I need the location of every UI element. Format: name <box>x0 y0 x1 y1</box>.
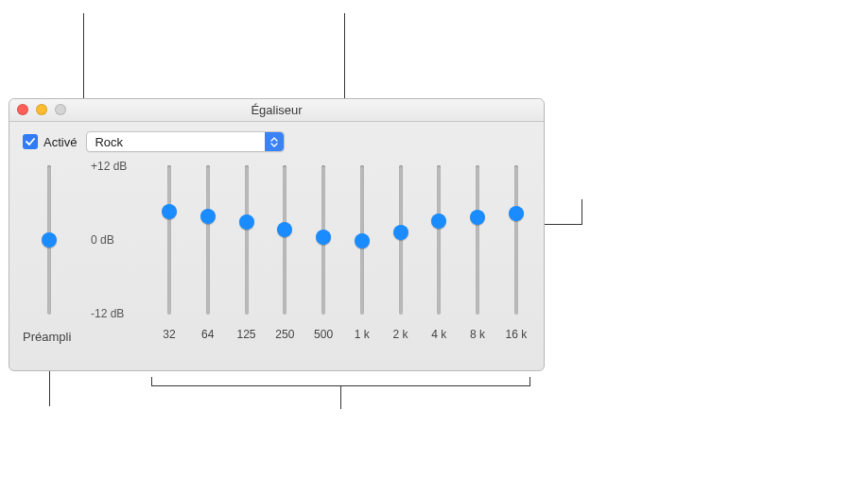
band-thumb[interactable] <box>200 209 216 224</box>
eq-band: 16 k <box>502 162 530 359</box>
band-thumb[interactable] <box>355 233 370 248</box>
equalizer-window: Égaliseur Activé Rock Préampli +12 dB 0 … <box>9 98 545 371</box>
eq-band: 1 k <box>348 162 376 359</box>
band-slider[interactable] <box>283 165 286 315</box>
band-thumb[interactable] <box>162 204 177 219</box>
callout-line <box>340 386 341 409</box>
band-thumb[interactable] <box>431 213 446 229</box>
scale-min: -12 dB <box>91 307 124 320</box>
checkmark-icon <box>26 137 35 146</box>
minimize-button[interactable] <box>36 104 47 115</box>
preamp-label: Préampli <box>23 330 71 344</box>
eq-band: 64 <box>194 162 222 359</box>
band-slider[interactable] <box>437 165 441 315</box>
controls-row: Activé Rock <box>9 122 544 152</box>
window-controls <box>17 104 66 115</box>
band-thumb[interactable] <box>470 210 485 225</box>
eq-bands: 32641252505001 k2 k4 k8 k16 k <box>155 162 530 359</box>
eq-band: 4 k <box>425 162 453 359</box>
band-freq-label: 32 <box>163 328 175 341</box>
band-slider[interactable] <box>167 165 171 315</box>
zoom-button[interactable] <box>55 104 66 115</box>
band-thumb[interactable] <box>239 214 254 230</box>
band-freq-label: 16 k <box>506 328 528 341</box>
band-freq-label: 125 <box>237 328 256 341</box>
close-button[interactable] <box>17 104 28 115</box>
band-slider[interactable] <box>476 165 479 315</box>
band-slider[interactable] <box>360 165 364 315</box>
scale-mid: 0 dB <box>91 233 114 247</box>
enabled-checkbox[interactable] <box>23 134 38 149</box>
band-thumb[interactable] <box>277 222 292 237</box>
eq-band: 500 <box>309 162 338 359</box>
band-freq-label: 64 <box>201 328 214 341</box>
preset-select[interactable]: Rock <box>86 131 285 152</box>
enabled-label: Activé <box>43 135 77 149</box>
scale-max: +12 dB <box>91 160 127 173</box>
preset-value: Rock <box>87 135 265 149</box>
band-slider[interactable] <box>399 165 403 315</box>
band-slider[interactable] <box>321 165 325 315</box>
callout-line <box>582 199 582 225</box>
titlebar: Égaliseur <box>9 99 544 122</box>
preamp-thumb[interactable] <box>42 232 57 248</box>
eq-body: Préampli +12 dB 0 dB -12 dB 326412525050… <box>23 162 530 359</box>
eq-band: 8 k <box>463 162 492 359</box>
callout-bracket <box>151 377 530 386</box>
enabled-checkbox-wrap: Activé <box>23 134 77 149</box>
band-freq-label: 500 <box>314 328 333 341</box>
band-thumb[interactable] <box>316 230 331 245</box>
select-arrows-icon <box>265 132 284 151</box>
band-freq-label: 4 k <box>431 328 446 341</box>
band-thumb[interactable] <box>393 225 408 240</box>
band-freq-label: 8 k <box>470 328 485 341</box>
band-freq-label: 1 k <box>355 328 370 341</box>
eq-band: 32 <box>155 162 183 359</box>
band-slider[interactable] <box>514 165 518 315</box>
eq-band: 2 k <box>387 162 415 359</box>
band-slider[interactable] <box>245 165 249 315</box>
band-freq-label: 250 <box>275 328 294 341</box>
eq-band: 125 <box>233 162 261 359</box>
window-title: Égaliseur <box>9 99 544 122</box>
preamp-column: Préampli <box>23 162 83 359</box>
band-freq-label: 2 k <box>393 328 408 341</box>
preamp-slider[interactable] <box>47 165 51 315</box>
eq-band: 250 <box>270 162 299 359</box>
band-thumb[interactable] <box>509 206 524 221</box>
band-slider[interactable] <box>206 165 210 315</box>
